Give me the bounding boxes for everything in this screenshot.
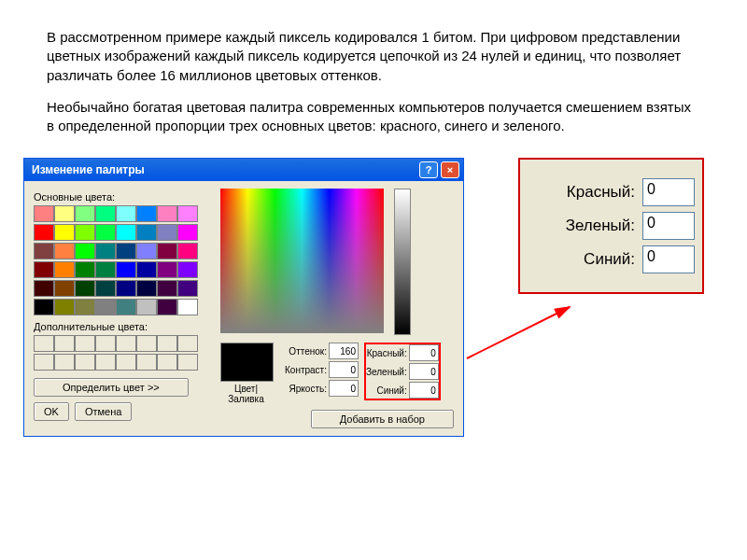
custom-swatch[interactable] xyxy=(116,335,136,352)
color-swatch[interactable] xyxy=(116,205,136,222)
color-swatch[interactable] xyxy=(34,299,54,315)
color-swatch[interactable] xyxy=(54,280,75,297)
hue-field[interactable] xyxy=(329,343,359,359)
custom-swatch[interactable] xyxy=(177,354,198,371)
ok-button[interactable]: OK xyxy=(34,402,69,421)
color-swatch[interactable] xyxy=(157,280,177,297)
color-swatch[interactable] xyxy=(116,299,136,315)
color-gradient[interactable] xyxy=(220,189,384,333)
red-field[interactable] xyxy=(409,344,439,361)
custom-swatch[interactable] xyxy=(157,354,177,371)
color-swatch[interactable] xyxy=(177,224,198,241)
color-swatch[interactable] xyxy=(157,243,177,259)
color-swatch[interactable] xyxy=(75,280,95,297)
color-swatch[interactable] xyxy=(116,280,136,297)
color-swatch[interactable] xyxy=(75,205,95,222)
color-swatch[interactable] xyxy=(34,224,54,241)
color-swatch[interactable] xyxy=(34,205,54,222)
color-swatch[interactable] xyxy=(136,299,157,315)
color-swatch[interactable] xyxy=(75,243,95,259)
color-swatch[interactable] xyxy=(95,261,116,278)
custom-swatch[interactable] xyxy=(116,354,136,371)
lum-label: Яркость: xyxy=(289,384,327,394)
zoom-blue-field[interactable]: 0 xyxy=(642,245,695,273)
blue-label: Синий: xyxy=(376,385,406,396)
basic-colors-label: Основные цвета: xyxy=(34,191,211,203)
green-field[interactable] xyxy=(409,363,439,380)
help-icon[interactable]: ? xyxy=(419,161,438,178)
color-swatch[interactable] xyxy=(136,205,157,222)
add-to-set-button[interactable]: Добавить в набор xyxy=(311,410,454,428)
color-swatch[interactable] xyxy=(177,299,198,315)
extra-colors-grid xyxy=(34,335,211,371)
zoom-green-field[interactable]: 0 xyxy=(642,212,695,240)
arrow-icon xyxy=(462,302,584,368)
custom-swatch[interactable] xyxy=(136,354,157,371)
red-label: Красный: xyxy=(367,348,407,358)
color-swatch[interactable] xyxy=(157,261,177,278)
custom-swatch[interactable] xyxy=(95,335,116,352)
custom-swatch[interactable] xyxy=(75,354,95,371)
color-dialog: Изменение палитры ? × Основные цвета: До… xyxy=(23,158,464,437)
color-swatch[interactable] xyxy=(95,280,116,297)
color-swatch[interactable] xyxy=(177,261,198,278)
cancel-button[interactable]: Отмена xyxy=(75,402,132,421)
paragraph-2: Необычайно богатая цветовая палитра совр… xyxy=(47,98,700,136)
color-swatch[interactable] xyxy=(116,261,136,278)
zoom-blue-label: Синий: xyxy=(584,250,635,269)
paragraph-1: В рассмотренном примере каждый пиксель к… xyxy=(47,28,700,85)
color-swatch[interactable] xyxy=(54,224,75,241)
color-swatch[interactable] xyxy=(75,261,95,278)
color-swatch[interactable] xyxy=(95,224,116,241)
zoom-green-label: Зеленый: xyxy=(566,217,635,235)
custom-swatch[interactable] xyxy=(157,335,177,352)
preview-label: Цвет|Заливка xyxy=(220,384,272,404)
color-swatch[interactable] xyxy=(75,224,95,241)
color-swatch[interactable] xyxy=(157,224,177,241)
custom-swatch[interactable] xyxy=(54,354,75,371)
custom-swatch[interactable] xyxy=(54,335,75,352)
define-color-button[interactable]: Определить цвет >> xyxy=(34,378,189,397)
basic-colors-grid xyxy=(34,205,211,315)
color-swatch[interactable] xyxy=(157,299,177,315)
color-swatch[interactable] xyxy=(116,243,136,259)
color-swatch[interactable] xyxy=(54,299,75,315)
zoom-red-label: Красный: xyxy=(567,183,635,202)
sat-label: Контраст: xyxy=(285,365,327,375)
custom-swatch[interactable] xyxy=(75,335,95,352)
luminance-slider[interactable] xyxy=(394,189,411,335)
custom-swatch[interactable] xyxy=(136,335,157,352)
color-swatch[interactable] xyxy=(54,205,75,222)
color-swatch[interactable] xyxy=(54,261,75,278)
color-swatch[interactable] xyxy=(177,205,198,222)
color-swatch[interactable] xyxy=(177,280,198,297)
custom-swatch[interactable] xyxy=(95,354,116,371)
color-swatch[interactable] xyxy=(34,280,54,297)
color-swatch[interactable] xyxy=(157,205,177,222)
color-swatch[interactable] xyxy=(34,243,54,259)
color-swatch[interactable] xyxy=(136,243,157,259)
sat-field[interactable] xyxy=(329,361,359,378)
svg-line-0 xyxy=(467,307,570,358)
color-swatch[interactable] xyxy=(177,243,198,259)
color-swatch[interactable] xyxy=(34,261,54,278)
color-swatch[interactable] xyxy=(136,261,157,278)
green-label: Зеленый: xyxy=(366,367,407,377)
color-swatch[interactable] xyxy=(136,224,157,241)
color-swatch[interactable] xyxy=(75,299,95,315)
custom-swatch[interactable] xyxy=(177,335,198,352)
color-swatch[interactable] xyxy=(54,243,75,259)
close-icon[interactable]: × xyxy=(441,161,459,178)
hue-label: Оттенок: xyxy=(289,346,327,357)
color-swatch[interactable] xyxy=(116,224,136,241)
lum-field[interactable] xyxy=(329,380,359,397)
color-swatch[interactable] xyxy=(95,299,116,315)
color-swatch[interactable] xyxy=(95,243,116,259)
zoom-red-field[interactable]: 0 xyxy=(642,178,695,206)
custom-swatch[interactable] xyxy=(34,335,54,352)
custom-swatch[interactable] xyxy=(34,354,54,371)
blue-field[interactable] xyxy=(409,382,439,399)
color-swatch[interactable] xyxy=(136,280,157,297)
color-swatch[interactable] xyxy=(95,205,116,222)
titlebar[interactable]: Изменение палитры ? × xyxy=(24,159,463,181)
